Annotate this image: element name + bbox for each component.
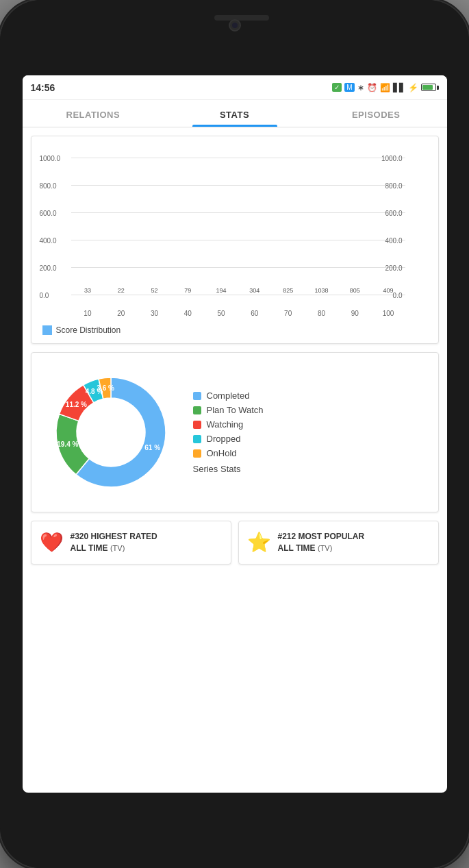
bar-wrapper: 805	[338, 287, 372, 295]
chart-legend: Score Distribution	[37, 323, 433, 338]
bar-wrapper: 1038	[305, 287, 338, 295]
bar-value-label: 825	[283, 287, 293, 294]
tab-relations[interactable]: RELATIONS	[23, 100, 164, 127]
stat-popular-sub: (TV)	[318, 544, 332, 552]
stat-card-popular: ⭐ #212 MOST POPULAR ALL TIME (TV)	[238, 521, 439, 565]
x-axis-label: 10	[71, 310, 105, 317]
bar-wrapper: 52	[138, 287, 171, 295]
legend-item-plan-to-watch: Plan To Watch	[193, 405, 427, 415]
donut-section: 61 %19.4 %11.2 %4.8 %3.6 % CompletedPlan…	[31, 352, 439, 512]
y-axis-label-left: 400.0	[40, 237, 57, 245]
bar-chart: 0.00.0200.0200.0400.0400.0600.0600.0800.…	[37, 145, 433, 323]
camera	[229, 19, 241, 32]
y-axis-label-left: 1000.0	[40, 155, 61, 162]
alarm-icon: ⏰	[367, 83, 377, 92]
bar-wrapper: 79	[171, 287, 205, 295]
stat-popular-line2: ALL TIME (TV)	[278, 543, 365, 554]
legend-label: Dropped	[207, 434, 241, 444]
x-axis-label: 20	[104, 310, 138, 317]
bar-value-label: 409	[383, 287, 394, 294]
stat-card-rated: ❤️ #320 HIGHEST RATED ALL TIME (TV)	[31, 521, 231, 565]
y-axis-label-left: 0.0	[40, 292, 49, 299]
status-time: 14:56	[31, 82, 55, 93]
bar-wrapper: 409	[372, 287, 405, 295]
app-icon-1: ✓	[332, 83, 342, 92]
bar-wrapper: 22	[104, 287, 138, 295]
legend-dot	[193, 421, 201, 429]
stat-card-rated-text: #320 HIGHEST RATED ALL TIME (TV)	[71, 531, 157, 554]
y-axis-label-left: 200.0	[40, 264, 57, 272]
donut-svg	[42, 364, 179, 501]
legend-label: Watching	[207, 419, 244, 430]
bar-chart-section: 0.00.0200.0200.0400.0400.0600.0600.0800.…	[31, 136, 439, 344]
bar-value-label: 1038	[314, 287, 328, 294]
tab-stats[interactable]: STATS	[164, 100, 305, 127]
stat-card-popular-text: #212 MOST POPULAR ALL TIME (TV)	[278, 531, 365, 554]
phone-frame: 14:56 ✓ M ∗ ⏰ 📶 ▋▋ ⚡ RELATIONS	[0, 0, 469, 868]
legend-item-watching: Watching	[193, 419, 427, 430]
status-bar: 14:56 ✓ M ∗ ⏰ 📶 ▋▋ ⚡	[23, 75, 447, 100]
signal-icon: ▋▋	[393, 83, 405, 92]
legend-dot	[193, 449, 201, 458]
legend-label: OnHold	[207, 448, 237, 458]
legend-dot	[193, 435, 201, 443]
stat-rated-line2: ALL TIME (TV)	[71, 543, 157, 554]
legend-dot	[193, 392, 201, 400]
tab-episodes[interactable]: EPISODES	[305, 100, 447, 127]
stats-cards: ❤️ #320 HIGHEST RATED ALL TIME (TV) ⭐ #2…	[31, 521, 439, 565]
speaker	[214, 15, 269, 21]
bar-value-label: 22	[118, 287, 125, 294]
bluetooth-icon: ∗	[357, 83, 364, 92]
legend-item-onhold: OnHold	[193, 448, 427, 458]
donut-center	[78, 399, 144, 465]
flash-icon: ⚡	[408, 83, 418, 92]
series-stats-label: Series Stats	[193, 464, 427, 474]
x-axis-label: 80	[305, 310, 338, 317]
legend-item-completed: Completed	[193, 390, 427, 401]
phone-top	[0, 0, 469, 75]
donut-chart: 61 %19.4 %11.2 %4.8 %3.6 %	[42, 364, 179, 501]
bar-value-label: 79	[184, 287, 191, 294]
stat-rated-sub: (TV)	[110, 544, 125, 552]
wifi-icon: 📶	[380, 83, 390, 92]
legend-dot	[193, 406, 201, 414]
bar-wrapper: 825	[271, 287, 305, 295]
legend-label: Plan To Watch	[207, 405, 264, 415]
legend-item-dropped: Dropped	[193, 434, 427, 444]
stat-rated-line1: #320 HIGHEST RATED	[71, 531, 157, 543]
legend-label: Completed	[207, 390, 250, 401]
x-axis-label: 50	[205, 310, 238, 317]
battery-indicator	[421, 84, 439, 91]
phone-bottom	[0, 793, 469, 868]
x-axis-label: 90	[338, 310, 372, 317]
bar-wrapper: 194	[205, 287, 238, 295]
bar-wrapper: 304	[238, 287, 271, 295]
bar-value-label: 194	[216, 287, 227, 294]
stat-popular-line1: #212 MOST POPULAR	[278, 531, 365, 543]
y-axis-label-left: 600.0	[40, 210, 57, 217]
legend-color-score	[42, 325, 52, 335]
x-axis-label: 70	[271, 310, 305, 317]
x-axis-label: 60	[238, 310, 271, 317]
app-icon-2: M	[344, 83, 354, 92]
x-labels-container: 102030405060708090100	[71, 310, 405, 317]
x-axis-label: 30	[138, 310, 171, 317]
phone-screen: 14:56 ✓ M ∗ ⏰ 📶 ▋▋ ⚡ RELATIONS	[23, 75, 447, 793]
bar-value-label: 805	[350, 287, 360, 294]
legend-label-score: Score Distribution	[56, 325, 121, 335]
x-axis-label: 100	[372, 310, 405, 317]
bar-wrapper: 33	[71, 287, 105, 295]
tab-bar: RELATIONS STATS EPISODES	[23, 100, 447, 127]
y-axis-label-left: 800.0	[40, 182, 57, 190]
heart-icon: ❤️	[40, 531, 64, 554]
donut-legend: CompletedPlan To WatchWatchingDroppedOnH…	[193, 390, 427, 474]
bar-value-label: 304	[249, 287, 259, 294]
star-icon: ⭐	[247, 531, 271, 554]
x-axis-label: 40	[171, 310, 205, 317]
bar-value-label: 33	[84, 287, 91, 294]
bars-container: 332252791943048251038805409	[71, 158, 405, 295]
status-icons: ✓ M ∗ ⏰ 📶 ▋▋ ⚡	[332, 83, 438, 92]
bar-value-label: 52	[151, 287, 157, 294]
